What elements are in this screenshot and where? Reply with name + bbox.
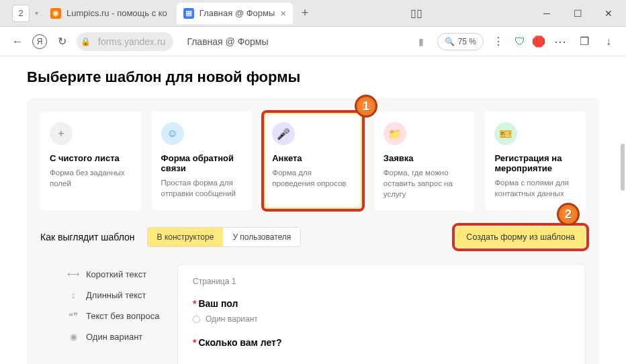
card-desc: Простая форма для отправки сообщений xyxy=(161,177,243,199)
reload-button[interactable]: ↻ xyxy=(52,32,71,51)
card-title: Анкета xyxy=(272,153,354,163)
tab-title-0: Lumpics.ru - помощь с ко xyxy=(66,8,167,18)
card-desc: Форма, где можно оставить запрос на услу… xyxy=(384,167,465,199)
url-text: forms.yandex.ru xyxy=(94,32,173,51)
maximize-button[interactable]: ☐ xyxy=(563,2,592,25)
template-card-request[interactable]: 📁 Заявка Форма, где можно оставить запро… xyxy=(374,111,475,210)
page-title-display: Главная @ Формы xyxy=(187,36,412,47)
tab-favicon-1: ▦ xyxy=(183,8,194,19)
smile-icon: ☺ xyxy=(161,122,184,145)
close-window-button[interactable]: ✕ xyxy=(594,2,623,25)
magnify-icon: 🔍 xyxy=(445,37,455,46)
field-type-short[interactable]: ⟷Короткий текст xyxy=(67,264,161,285)
tab-counter[interactable]: 2 xyxy=(12,5,30,22)
callout-1: 1 xyxy=(355,95,377,118)
field-types-list: ⟷Короткий текст ↕Длинный текст ❝❞Текст б… xyxy=(40,264,161,364)
folder-icon: 📁 xyxy=(384,122,406,145)
quote-icon: ❝❞ xyxy=(67,311,79,321)
card-desc: Форма без заданных полей xyxy=(50,167,132,189)
back-button[interactable]: ← xyxy=(8,32,27,51)
plus-icon: + xyxy=(50,122,73,145)
ticket-icon: 🎫 xyxy=(494,122,517,145)
question-1[interactable]: *Ваш пол Один вариант xyxy=(193,298,570,324)
required-star: * xyxy=(193,298,196,309)
field-type-radio[interactable]: ◉Один вариант xyxy=(67,326,161,347)
question-2[interactable]: *Сколько вам лет? xyxy=(193,337,570,348)
reading-list-icon[interactable]: ▯▯ xyxy=(410,7,422,19)
radio-empty-icon xyxy=(193,316,200,323)
form-preview: Страница 1 *Ваш пол Один вариант *Скольк… xyxy=(177,264,586,364)
segment-constructor[interactable]: В конструкторе xyxy=(148,228,224,246)
page-content: Выберите шаблон для новой формы + С чист… xyxy=(0,56,626,364)
preview-label: Как выглядит шаблон xyxy=(40,232,135,242)
tab-title-1: Главная @ Формы xyxy=(199,8,275,18)
card-title: Регистрация на мероприятие xyxy=(494,153,576,173)
overflow-button[interactable]: ⋯ xyxy=(551,32,570,51)
segment-user[interactable]: У пользователя xyxy=(223,228,300,246)
template-card-registration[interactable]: 🎫 Регистрация на мероприятие Форма с пол… xyxy=(485,111,586,210)
browser-titlebar: 2 ▾ ◉ Lumpics.ru - помощь с ко ▦ Главная… xyxy=(0,0,626,27)
lock-icon: 🔒 xyxy=(77,32,94,51)
card-title: Форма обратной связи xyxy=(161,153,243,173)
required-star: * xyxy=(193,337,196,348)
create-form-button[interactable]: Создать форму из шаблона xyxy=(455,226,586,248)
short-text-icon: ⟷ xyxy=(67,269,79,279)
callout-2: 2 xyxy=(557,203,580,226)
view-toggle: В конструкторе У пользователя xyxy=(147,227,302,247)
template-card-feedback[interactable]: ☺ Форма обратной связи Простая форма для… xyxy=(152,111,253,210)
templates-section: + С чистого листа Форма без заданных пол… xyxy=(27,98,599,364)
field-type-noq[interactable]: ❝❞Текст без вопроса xyxy=(67,306,161,326)
radio-icon: ◉ xyxy=(67,332,79,342)
minimize-button[interactable]: ─ xyxy=(532,2,562,25)
long-text-icon: ↕ xyxy=(67,290,79,300)
page-heading: Выберите шаблон для новой формы xyxy=(27,69,599,86)
yandex-button[interactable]: Я xyxy=(32,34,47,49)
card-desc: Форма с полями для контактных данных xyxy=(494,177,576,199)
scrollbar[interactable] xyxy=(621,144,625,191)
extensions-icon[interactable]: ❐ xyxy=(575,32,594,51)
adguard-icon[interactable]: 🛡 xyxy=(513,35,527,48)
mic-icon: 🎤 xyxy=(272,122,295,145)
menu-dots-button[interactable]: ⋮ xyxy=(489,32,508,51)
zoom-indicator[interactable]: 🔍75 % xyxy=(437,33,484,50)
downloads-button[interactable]: ↓ xyxy=(599,32,618,51)
browser-tab-0[interactable]: ◉ Lumpics.ru - помощь с ко xyxy=(44,3,174,24)
browser-tab-1[interactable]: ▦ Главная @ Формы × xyxy=(177,3,293,24)
form-page-label: Страница 1 xyxy=(193,277,570,286)
new-tab-button[interactable]: + xyxy=(296,4,314,23)
chevron-down-icon[interactable]: ▾ xyxy=(35,9,38,17)
ublock-icon[interactable]: 🛑 xyxy=(532,35,545,48)
close-tab-icon[interactable]: × xyxy=(280,7,286,19)
field-type-long[interactable]: ↕Длинный текст xyxy=(67,285,161,306)
card-title: С чистого листа xyxy=(50,153,132,163)
bookmark-icon[interactable]: ▮ xyxy=(418,36,424,47)
address-bar: ← Я ↻ 🔒 forms.yandex.ru Главная @ Формы … xyxy=(0,27,626,56)
template-card-survey[interactable]: 🎤 Анкета Форма для проведения опросов xyxy=(263,111,363,210)
card-title: Заявка xyxy=(384,153,465,163)
card-desc: Форма для проведения опросов xyxy=(272,167,354,189)
url-field[interactable]: 🔒 forms.yandex.ru xyxy=(77,32,173,52)
template-card-blank[interactable]: + С чистого листа Форма без заданных пол… xyxy=(40,111,141,210)
tab-favicon-0: ◉ xyxy=(50,8,61,19)
